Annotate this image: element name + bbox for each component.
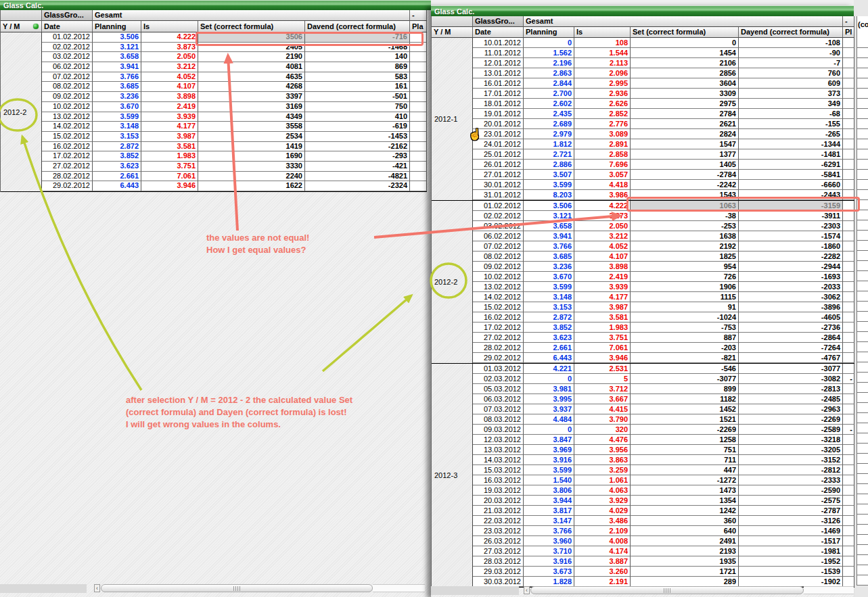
- cell-pl[interactable]: [843, 364, 854, 374]
- cell-date[interactable]: 24.01.2012: [473, 139, 524, 149]
- cell-dayend[interactable]: -6660: [739, 180, 843, 190]
- right-ym-header[interactable]: Y / M: [432, 27, 473, 38]
- cell-pl[interactable]: [843, 38, 854, 48]
- cell-dayend[interactable]: -2485: [739, 394, 843, 404]
- cell-planning[interactable]: 3.153: [93, 132, 141, 142]
- cell-planning[interactable]: 3.673: [524, 567, 574, 577]
- cell-set[interactable]: 4268: [198, 82, 305, 92]
- cell-dayend[interactable]: -7: [739, 58, 843, 68]
- cell-pl[interactable]: [843, 516, 854, 526]
- cell-is[interactable]: 320: [574, 425, 631, 435]
- cell-is[interactable]: 4.052: [574, 241, 631, 252]
- cell-planning[interactable]: 3.941: [93, 62, 141, 72]
- cell-date[interactable]: 17.01.2012: [473, 89, 524, 99]
- cell-set[interactable]: -1272: [631, 475, 739, 485]
- cell-is[interactable]: 5: [574, 374, 631, 384]
- cell-set[interactable]: 2491: [631, 536, 739, 546]
- cell-set[interactable]: 1242: [631, 506, 739, 516]
- cell-planning[interactable]: 2.721: [524, 149, 574, 160]
- cell-planning[interactable]: 1.562: [524, 48, 574, 58]
- cell-pl[interactable]: [843, 536, 854, 546]
- cell-is[interactable]: 3.898: [574, 262, 631, 272]
- cell-is[interactable]: 4.063: [574, 485, 631, 496]
- cell-date[interactable]: 27.03.2012: [473, 546, 524, 556]
- cell-set[interactable]: 899: [631, 384, 739, 394]
- cell-dayend[interactable]: -3077: [739, 364, 843, 374]
- cell-planning[interactable]: 2.435: [524, 109, 574, 119]
- cell-planning[interactable]: 3.148: [524, 292, 574, 302]
- cell-pl[interactable]: [410, 132, 427, 142]
- cell-planning[interactable]: 2.661: [524, 343, 574, 353]
- cell-pl[interactable]: [843, 384, 854, 394]
- cell-planning[interactable]: 2.689: [524, 119, 574, 129]
- cell-planning[interactable]: 3.153: [524, 302, 574, 312]
- cell-is[interactable]: 3.939: [141, 112, 198, 122]
- cell-planning[interactable]: 6.443: [93, 181, 141, 191]
- cell-set[interactable]: 2192: [631, 241, 739, 252]
- cell-pl[interactable]: [843, 445, 854, 455]
- cell-set[interactable]: 2534: [198, 132, 305, 142]
- cell-planning[interactable]: 3.599: [93, 112, 141, 122]
- cell-date[interactable]: 08.02.2012: [473, 252, 524, 262]
- cell-pl[interactable]: [843, 567, 854, 577]
- cell-date[interactable]: 19.01.2012: [473, 109, 524, 119]
- left-planning-header[interactable]: Planning: [93, 21, 141, 32]
- cell-date[interactable]: 14.02.2012: [42, 122, 93, 132]
- cell-planning[interactable]: 3.685: [93, 82, 141, 92]
- cell-is[interactable]: 4.174: [574, 546, 631, 556]
- cell-set[interactable]: 1690: [198, 151, 305, 162]
- cell-is[interactable]: 2.113: [574, 58, 631, 68]
- cell-is[interactable]: 3.260: [574, 567, 631, 577]
- cell-dayend[interactable]: -1902: [739, 577, 843, 587]
- cell-is[interactable]: 3.212: [141, 62, 198, 72]
- cell-planning[interactable]: 0: [524, 374, 574, 384]
- cell-planning[interactable]: 3.806: [524, 485, 574, 496]
- cell-dayend[interactable]: -3911: [739, 211, 843, 221]
- cell-dayend[interactable]: -1517: [739, 536, 843, 546]
- cell-is[interactable]: 3.712: [574, 384, 631, 394]
- cell-set[interactable]: 3604: [631, 78, 739, 89]
- cell-is[interactable]: 1.983: [141, 151, 198, 162]
- cell-dayend[interactable]: -2324: [305, 181, 410, 191]
- cell-planning[interactable]: 3.941: [524, 231, 574, 241]
- cell-planning[interactable]: 3.236: [524, 262, 574, 272]
- cell-is[interactable]: 3.486: [574, 516, 631, 526]
- left-is-header[interactable]: Is: [141, 21, 198, 32]
- cell-pl[interactable]: [843, 119, 854, 129]
- cell-planning[interactable]: 3.148: [93, 122, 141, 132]
- left-scroll-left-button[interactable]: ‹: [94, 584, 100, 592]
- cell-date[interactable]: 30.03.2012: [473, 577, 524, 587]
- cell-set[interactable]: 3558: [198, 122, 305, 132]
- cell-set[interactable]: 1638: [631, 231, 739, 241]
- cell-dayend[interactable]: -2333: [739, 475, 843, 485]
- cell-date[interactable]: 16.01.2012: [473, 78, 524, 89]
- cell-date[interactable]: 03.02.2012: [473, 221, 524, 231]
- cell-dayend[interactable]: -2589: [739, 425, 843, 435]
- cell-pl[interactable]: [410, 92, 427, 102]
- cell-planning[interactable]: 3.817: [524, 506, 574, 516]
- cell-is[interactable]: 4.107: [141, 82, 198, 92]
- cell-date[interactable]: 16.02.2012: [473, 312, 524, 323]
- cell-is[interactable]: 2.109: [574, 526, 631, 536]
- cell-planning[interactable]: 3.937: [524, 404, 574, 414]
- cell-planning[interactable]: 2.700: [524, 89, 574, 99]
- cell-planning[interactable]: 2.872: [93, 142, 141, 152]
- cell-date[interactable]: 15.03.2012: [473, 465, 524, 475]
- cell-is[interactable]: 3.667: [574, 394, 631, 404]
- cell-set[interactable]: -3077: [631, 374, 739, 384]
- cell-pl[interactable]: [843, 404, 854, 414]
- cell-set[interactable]: 1258: [631, 435, 739, 445]
- cell-pl[interactable]: [843, 475, 854, 485]
- cell-date[interactable]: 08.02.2012: [42, 82, 93, 92]
- cell-dayend[interactable]: -108: [739, 38, 843, 48]
- cell-planning[interactable]: 3.995: [524, 394, 574, 404]
- cell-dayend[interactable]: -2812: [739, 465, 843, 475]
- cell-pl[interactable]: [843, 89, 854, 99]
- cell-is[interactable]: 2.852: [574, 109, 631, 119]
- cell-dayend[interactable]: -1693: [739, 272, 843, 282]
- cell-planning[interactable]: 3.766: [524, 241, 574, 252]
- cell-dayend[interactable]: -1539: [739, 567, 843, 577]
- cell-dayend[interactable]: -6291: [739, 160, 843, 170]
- cell-is[interactable]: 3.987: [574, 302, 631, 312]
- cell-dayend[interactable]: -1952: [739, 556, 843, 567]
